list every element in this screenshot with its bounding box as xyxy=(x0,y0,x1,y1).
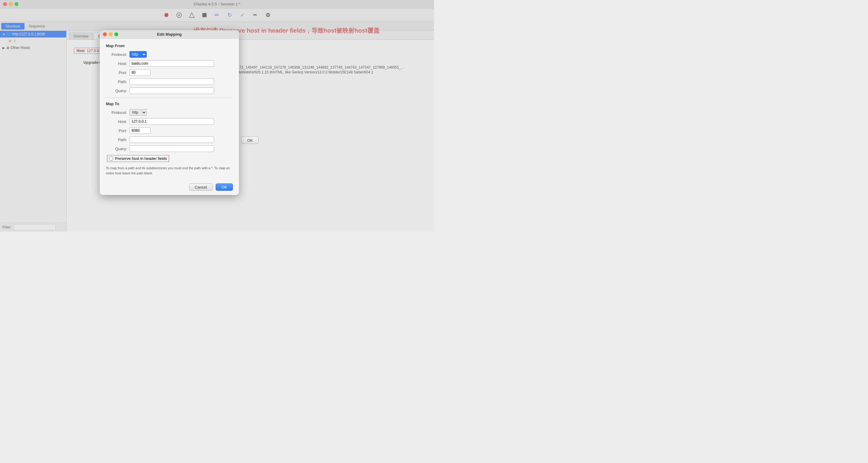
dialog-min-button[interactable] xyxy=(108,32,113,36)
from-path-row: Path: xyxy=(106,78,233,85)
throttle-icon[interactable] xyxy=(175,10,184,20)
from-protocol-select-wrap: http https xyxy=(129,51,147,58)
dialog-titlebar: Edit Mapping xyxy=(100,30,239,39)
tab-overview[interactable]: Overview xyxy=(69,33,93,40)
close-button[interactable] xyxy=(3,2,7,6)
hint-text: To map from a path and its subdirectorie… xyxy=(106,166,233,175)
from-protocol-select[interactable]: http https xyxy=(129,51,147,58)
to-query-row: Query: xyxy=(106,145,233,152)
sidebar: ▼ 🌐 http://127.0.0.1:8080 ✕ / ▶ 🖥 Other … xyxy=(0,31,66,232)
from-host-row: Host: xyxy=(106,60,233,67)
dialog-max-button[interactable] xyxy=(114,32,118,36)
to-port-row: Port: xyxy=(106,127,233,134)
from-query-input[interactable] xyxy=(129,87,214,94)
error-icon: ✕ xyxy=(8,39,12,43)
preserve-host-checkbox[interactable] xyxy=(109,157,113,161)
edit-mapping-dialog: Edit Mapping Map From Protocol: http htt… xyxy=(100,30,239,195)
to-path-input[interactable] xyxy=(129,136,214,143)
svg-rect-4 xyxy=(202,13,207,17)
sidebar-item-slash[interactable]: ✕ / xyxy=(0,37,66,44)
preserve-host-label-wrap[interactable]: Preserve host in header fields xyxy=(107,155,169,162)
map-from-label: Map From xyxy=(106,43,233,48)
maximize-button[interactable] xyxy=(14,2,19,6)
from-port-row: Port: xyxy=(106,69,233,76)
to-protocol-label: Protocol: xyxy=(106,110,127,115)
other-hosts-arrow-icon: ▶ xyxy=(2,46,5,49)
from-host-input[interactable] xyxy=(129,60,214,67)
from-port-input[interactable] xyxy=(129,69,151,76)
outside-ok-button[interactable]: OK xyxy=(241,137,258,144)
server-icon: 🖥 xyxy=(6,46,9,49)
window-controls[interactable] xyxy=(3,2,19,6)
to-host-row: Host: xyxy=(106,118,233,125)
from-host-label: Host: xyxy=(106,61,127,66)
from-protocol-row: Protocol: http https xyxy=(106,51,233,58)
to-host-label: Host: xyxy=(106,120,127,124)
to-host-input[interactable] xyxy=(129,118,214,125)
window-title: Charles 4.5.5 - Session 1 * xyxy=(193,2,241,6)
expand-arrow-icon: ▼ xyxy=(2,33,5,36)
svg-marker-3 xyxy=(189,13,194,18)
cancel-button[interactable]: Cancel xyxy=(189,184,213,191)
from-query-label: Query: xyxy=(106,89,127,93)
from-path-label: Path: xyxy=(106,79,127,84)
dialog-close-button[interactable] xyxy=(103,32,107,36)
to-protocol-row: Protocol: http https xyxy=(106,109,233,116)
stop-icon[interactable] xyxy=(200,10,209,20)
toolbar: ⏺ ✏ ↻ ✓ ✂ ⚙ xyxy=(0,8,434,22)
titlebar: Charles 4.5.5 - Session 1 * xyxy=(0,0,434,8)
preserve-host-section: Preserve host in header fields To map fr… xyxy=(106,155,233,175)
to-query-input[interactable] xyxy=(129,145,214,152)
dialog-footer: Cancel OK xyxy=(100,180,239,195)
tab-sequence[interactable]: Sequence xyxy=(25,23,49,30)
dialog-body: Map From Protocol: http https Host: Port… xyxy=(100,39,239,180)
sidebar-item-slash-label: / xyxy=(14,39,15,43)
ok-button[interactable]: OK xyxy=(216,184,233,191)
sidebar-item-host[interactable]: ▼ 🌐 http://127.0.0.1:8080 xyxy=(0,31,66,37)
filter-input[interactable] xyxy=(13,224,56,230)
structure-sequence-tabs: Structure Sequence xyxy=(0,22,434,31)
tools-icon[interactable]: ✂ xyxy=(251,10,260,20)
sidebar-item-label: http://127.0.0.1:8080 xyxy=(12,32,45,36)
sidebar-item-other-label: Other Hosts xyxy=(10,46,30,50)
to-port-label: Port: xyxy=(106,128,127,133)
to-path-label: Path: xyxy=(106,137,127,142)
minimize-button[interactable] xyxy=(9,2,13,6)
host-field-label: Host xyxy=(76,49,85,53)
settings-icon[interactable]: ⚙ xyxy=(264,10,273,20)
globe-icon: 🌐 xyxy=(7,32,11,36)
pen-icon[interactable]: ✏ xyxy=(213,10,222,20)
map-to-label: Map To xyxy=(106,102,233,106)
dialog-window-controls[interactable] xyxy=(103,32,118,36)
refresh-icon[interactable]: ↻ xyxy=(225,10,235,20)
to-query-label: Query: xyxy=(106,146,127,151)
to-port-input[interactable] xyxy=(129,127,151,134)
sidebar-item-other-hosts[interactable]: ▶ 🖥 Other Hosts xyxy=(0,44,66,51)
from-query-row: Query: xyxy=(106,87,233,94)
record-icon[interactable]: ⏺ xyxy=(162,10,171,20)
to-protocol-select[interactable]: http https xyxy=(129,109,147,116)
dialog-title: Edit Mapping xyxy=(157,32,182,37)
to-protocol-select-wrap: http https xyxy=(129,109,147,116)
from-path-input[interactable] xyxy=(129,78,214,85)
filter-label: Filter: xyxy=(2,225,11,229)
tab-structure[interactable]: Structure xyxy=(1,23,25,30)
from-port-label: Port: xyxy=(106,70,127,75)
ok-button-area: OK xyxy=(241,137,258,144)
divider xyxy=(106,98,233,98)
from-protocol-label: Protocol: xyxy=(106,52,127,57)
check-icon[interactable]: ✓ xyxy=(238,10,247,20)
breakpoint-icon[interactable] xyxy=(187,10,196,20)
preserve-host-label: Preserve host in header fields xyxy=(115,156,167,161)
to-path-row: Path: xyxy=(106,136,233,143)
